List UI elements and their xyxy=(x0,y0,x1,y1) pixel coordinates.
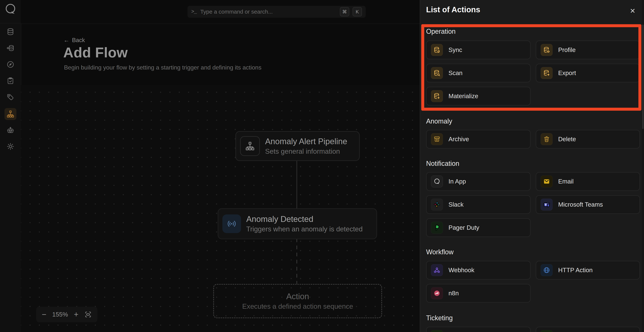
action-card-label: Webhook xyxy=(448,267,474,274)
globe-icon xyxy=(541,264,552,276)
q-logo-icon xyxy=(431,175,443,187)
zoom-level: 155% xyxy=(52,311,68,318)
clipboard-check-icon xyxy=(6,77,14,85)
sidebar-item-explore[interactable] xyxy=(4,58,16,70)
ticketing-icon xyxy=(541,330,552,332)
sidebar-item-settings[interactable] xyxy=(4,141,16,153)
command-search[interactable]: >_ ⌘ K xyxy=(188,6,366,18)
database-materialize-icon xyxy=(431,90,443,102)
pagerduty-icon xyxy=(431,222,443,234)
action-card-label: Sync xyxy=(448,46,462,53)
compass-icon xyxy=(6,60,14,69)
action-card-label: Materialize xyxy=(448,93,478,100)
action-card-slack[interactable]: Slack xyxy=(426,195,530,214)
gear-icon xyxy=(6,142,14,151)
action-card-label: Archive xyxy=(448,136,469,143)
action-card-profile[interactable]: Profile xyxy=(536,41,640,59)
slack-icon xyxy=(431,199,443,210)
action-card-scan[interactable]: Scan xyxy=(426,64,530,82)
action-card-label: Delete xyxy=(558,136,576,143)
action-card-sync[interactable]: Sync xyxy=(426,41,530,59)
tag-icon xyxy=(6,93,14,101)
action-card-label: Slack xyxy=(448,201,464,208)
sidebar-item-tags[interactable] xyxy=(4,91,16,103)
section-label-workflow: Workflow xyxy=(426,248,454,256)
search-input[interactable] xyxy=(200,8,336,15)
database-export-icon xyxy=(541,67,552,79)
k-keycap: K xyxy=(352,7,362,16)
pipeline-node-title: Anomaly Alert Pipeline xyxy=(265,137,347,146)
panel-title: List of Actions xyxy=(426,5,480,14)
connector-solid xyxy=(296,160,297,209)
action-card-in-app[interactable]: In App xyxy=(426,172,530,191)
fit-view-button[interactable] xyxy=(84,311,92,318)
sidebar-item-flows[interactable] xyxy=(4,108,16,120)
back-arrow-icon: ← xyxy=(64,37,70,44)
sidebar-item-tasks[interactable] xyxy=(4,75,16,87)
action-card-materialize[interactable]: Materialize xyxy=(426,87,530,105)
trash-icon xyxy=(541,133,552,145)
sidebar-item-assistant[interactable] xyxy=(4,125,16,136)
sidebar xyxy=(0,0,21,332)
panel-scrollbar-thumb[interactable] xyxy=(642,25,644,129)
action-card-label: Scan xyxy=(448,69,462,77)
action-card-teams[interactable]: Microsoft Teams xyxy=(536,195,640,214)
sidebar-item-ingestion[interactable] xyxy=(4,42,16,54)
trigger-node-subtitle: Triggers when an anomaly is detected xyxy=(246,225,363,233)
action-card-label: HTTP Action xyxy=(558,267,593,274)
terminal-prompt-icon: >_ xyxy=(191,9,196,14)
page-title: Add Flow xyxy=(63,44,128,61)
action-node-title: Action xyxy=(286,292,309,301)
sidebar-divider xyxy=(0,23,21,23)
action-card-label: n8n xyxy=(448,290,459,297)
action-card-email[interactable]: Email xyxy=(536,172,640,191)
archive-icon xyxy=(431,133,443,145)
sitemap-icon xyxy=(240,136,260,156)
sidebar-item-datasets[interactable] xyxy=(4,26,16,38)
connector-dashed xyxy=(296,238,297,284)
n8n-icon xyxy=(431,287,443,299)
action-card-ticketing-2[interactable] xyxy=(536,327,640,332)
webhook-icon xyxy=(431,264,443,276)
close-icon[interactable]: ✕ xyxy=(630,7,636,15)
pipeline-node[interactable]: Anomaly Alert Pipeline Sets general info… xyxy=(236,131,360,161)
section-label-ticketing: Ticketing xyxy=(426,314,453,322)
cmd-keycap: ⌘ xyxy=(340,7,349,16)
app-logo-q-icon xyxy=(4,3,17,17)
ticketing-icon xyxy=(431,330,443,332)
action-card-webhook[interactable]: Webhook xyxy=(426,261,530,280)
action-card-label: In App xyxy=(448,178,466,185)
zoom-in-button[interactable]: + xyxy=(74,311,78,319)
action-card-http[interactable]: HTTP Action xyxy=(536,261,640,280)
action-card-label: Email xyxy=(558,178,574,185)
database-scan-icon xyxy=(431,67,443,79)
action-card-label: Pager Duty xyxy=(448,224,479,231)
back-label: Back xyxy=(72,37,85,44)
action-card-delete[interactable]: Delete xyxy=(536,130,640,149)
action-card-pager-duty[interactable]: Pager Duty xyxy=(426,218,530,237)
zoom-toolbar: − 155% + xyxy=(36,307,98,322)
action-card-archive[interactable]: Archive xyxy=(426,130,530,149)
back-link[interactable]: ← Back xyxy=(64,37,85,44)
microsoft-teams-icon xyxy=(541,199,552,210)
database-icon xyxy=(6,27,14,36)
sitemap-icon xyxy=(6,110,14,118)
zoom-out-button[interactable]: − xyxy=(42,311,46,319)
action-card-label: Profile xyxy=(558,46,576,53)
action-card-export[interactable]: Export xyxy=(536,64,640,82)
action-node-subtitle: Executes a defined action sequence xyxy=(242,303,353,310)
action-card-ticketing-1[interactable] xyxy=(426,327,530,332)
database-import-icon xyxy=(6,44,14,52)
signal-icon xyxy=(222,214,241,233)
action-card-label: Microsoft Teams xyxy=(558,201,603,208)
actions-panel: List of Actions ✕ Operation Sync Profile… xyxy=(420,0,644,332)
page-subtitle: Begin building your flow by setting a st… xyxy=(64,64,261,71)
action-placeholder-node[interactable]: Action Executes a defined action sequenc… xyxy=(213,284,382,318)
robot-icon xyxy=(6,126,14,135)
database-sync-icon xyxy=(431,44,443,56)
action-card-label: Export xyxy=(558,69,576,77)
trigger-node-title: Anomaly Detected xyxy=(246,214,363,224)
trigger-node[interactable]: Anomaly Detected Triggers when an anomal… xyxy=(218,208,377,239)
pipeline-node-subtitle: Sets general information xyxy=(265,148,347,155)
action-card-n8n[interactable]: n8n xyxy=(426,284,530,303)
